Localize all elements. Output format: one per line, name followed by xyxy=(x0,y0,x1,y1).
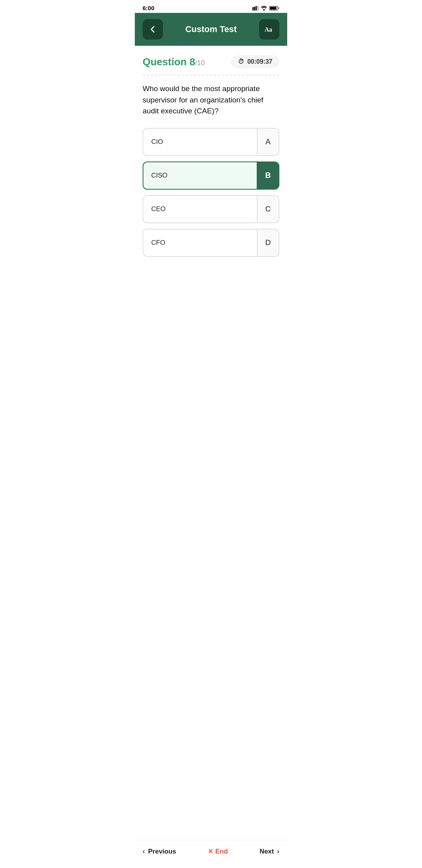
option-a[interactable]: CIO A xyxy=(143,128,279,156)
svg-rect-3 xyxy=(257,6,259,11)
option-d-letter: D xyxy=(257,230,279,256)
option-b-text: CISO xyxy=(143,162,257,189)
option-a-letter: A xyxy=(257,129,279,155)
status-time: 6:00 xyxy=(143,5,154,11)
svg-point-4 xyxy=(263,9,265,11)
option-b[interactable]: CISO B xyxy=(143,161,279,190)
option-c-text: CEO xyxy=(143,196,257,222)
timer-icon: ⏱ xyxy=(238,58,244,65)
divider xyxy=(143,75,279,75)
question-area: Question 8/10 ⏱ 00:09:37 Who would be th… xyxy=(135,46,287,265)
app-header: Custom Test Aa xyxy=(135,13,287,46)
status-bar: 6:00 xyxy=(135,0,287,13)
page-title: Custom Test xyxy=(185,24,237,34)
question-number: Question 8/10 xyxy=(143,56,205,68)
font-button[interactable]: Aa xyxy=(259,19,279,39)
question-text: Who would be the most appropriate superv… xyxy=(143,83,279,117)
svg-rect-7 xyxy=(278,7,279,9)
timer-value: 00:09:37 xyxy=(247,58,272,65)
timer-badge: ⏱ 00:09:37 xyxy=(231,55,279,68)
font-icon: Aa xyxy=(264,25,274,34)
svg-rect-0 xyxy=(252,7,254,11)
answer-options: CIO A CISO B CEO C CFO D xyxy=(143,128,279,265)
question-meta: Question 8/10 ⏱ 00:09:37 xyxy=(143,55,279,68)
svg-rect-6 xyxy=(270,7,277,9)
option-b-letter: B xyxy=(257,162,279,189)
status-icons xyxy=(252,6,279,11)
option-c-letter: C xyxy=(257,196,279,222)
svg-rect-2 xyxy=(256,6,257,11)
option-d[interactable]: CFO D xyxy=(143,229,279,257)
back-icon xyxy=(148,25,157,34)
svg-rect-1 xyxy=(254,7,255,11)
back-button[interactable] xyxy=(143,19,163,39)
option-d-text: CFO xyxy=(143,230,257,256)
svg-text:Aa: Aa xyxy=(265,26,272,33)
option-c[interactable]: CEO C xyxy=(143,195,279,223)
option-a-text: CIO xyxy=(143,129,257,155)
